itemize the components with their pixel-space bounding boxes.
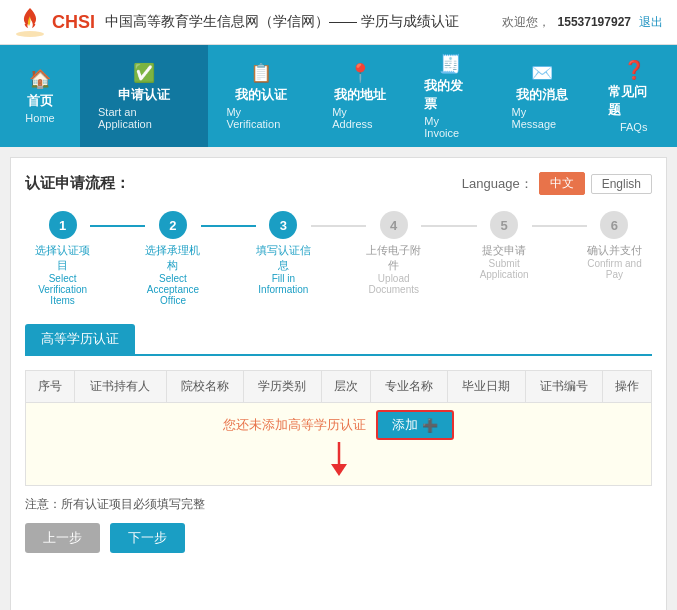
step-circle-1: 1 bbox=[49, 211, 77, 239]
invoice-icon: 🧾 bbox=[439, 53, 461, 75]
verify-icon: 📋 bbox=[250, 62, 272, 84]
steps-container: 1 选择认证项目 Select Verification Items 2 选择承… bbox=[25, 211, 652, 306]
add-certification-button[interactable]: 添加 ➕ bbox=[376, 410, 454, 440]
add-icon: ➕ bbox=[422, 418, 438, 433]
step-1: 1 选择认证项目 Select Verification Items bbox=[35, 211, 90, 306]
welcome-text: 欢迎您， bbox=[502, 14, 550, 31]
col-edu-type: 学历类别 bbox=[244, 371, 322, 403]
col-index: 序号 bbox=[26, 371, 75, 403]
step-6-en: Confirm and Pay bbox=[587, 258, 642, 280]
connector-5-6 bbox=[532, 225, 587, 227]
col-cert-no: 证书编号 bbox=[525, 371, 603, 403]
arrow-container bbox=[34, 442, 643, 478]
main-nav: 🏠 首页 Home ✅ 申请认证 Start an Application 📋 … bbox=[0, 45, 677, 147]
step-1-en: Select Verification Items bbox=[35, 273, 90, 306]
nav-my-message[interactable]: ✉️ 我的消息 My Message bbox=[493, 45, 590, 147]
site-title: 中国高等教育学生信息网（学信网）—— 学历与成绩认证 bbox=[105, 13, 459, 31]
logo-icon bbox=[14, 6, 46, 38]
step-circle-5: 5 bbox=[490, 211, 518, 239]
empty-text: 您还未添加高等学历认证 bbox=[223, 416, 366, 434]
svg-point-0 bbox=[16, 31, 44, 37]
lang-en-btn[interactable]: English bbox=[591, 174, 652, 194]
nav-faqs[interactable]: ❓ 常见问题 FAQs bbox=[590, 45, 677, 147]
step-2-en: Select Acceptance Office bbox=[145, 273, 200, 306]
language-label: Language： bbox=[462, 175, 533, 193]
process-header: 认证申请流程： Language： 中文 English bbox=[25, 172, 652, 195]
step-circle-6: 6 bbox=[600, 211, 628, 239]
empty-table-row: 您还未添加高等学历认证 添加 ➕ bbox=[26, 403, 652, 486]
step-4: 4 上传电子附件 Upload Documents bbox=[366, 211, 421, 295]
next-step-button[interactable]: 下一步 bbox=[110, 523, 185, 553]
col-school: 院校名称 bbox=[166, 371, 244, 403]
process-title: 认证申请流程： bbox=[25, 174, 130, 193]
step-circle-2: 2 bbox=[159, 211, 187, 239]
nav-home[interactable]: 🏠 首页 Home bbox=[0, 45, 80, 147]
step-4-zh: 上传电子附件 bbox=[366, 243, 421, 273]
nav-apply[interactable]: ✅ 申请认证 Start an Application bbox=[80, 45, 208, 147]
prev-step-button[interactable]: 上一步 bbox=[25, 523, 100, 553]
step-4-en: Upload Documents bbox=[366, 273, 421, 295]
logo: CHSI 中国高等教育学生信息网（学信网）—— 学历与成绩认证 bbox=[14, 6, 459, 38]
col-action: 操作 bbox=[603, 371, 652, 403]
address-icon: 📍 bbox=[349, 62, 371, 84]
step-3-zh: 填写认证信息 bbox=[256, 243, 311, 273]
step-3: 3 填写认证信息 Fill in Information bbox=[256, 211, 311, 295]
nav-my-address[interactable]: 📍 我的地址 My Address bbox=[314, 45, 406, 147]
step-5: 5 提交申请 Submit Application bbox=[477, 211, 532, 280]
step-5-zh: 提交申请 bbox=[477, 243, 532, 258]
connector-4-5 bbox=[421, 225, 476, 227]
apply-icon: ✅ bbox=[133, 62, 155, 84]
step-5-en: Submit Application bbox=[477, 258, 532, 280]
certification-table: 序号 证书持有人 院校名称 学历类别 层次 专业名称 毕业日期 证书编号 操作 … bbox=[25, 370, 652, 486]
connector-1-2 bbox=[90, 225, 145, 227]
step-3-en: Fill in Information bbox=[256, 273, 311, 295]
step-6-zh: 确认并支付 bbox=[587, 243, 642, 258]
col-major: 专业名称 bbox=[370, 371, 448, 403]
nav-my-verify[interactable]: 📋 我的认证 My Verification bbox=[208, 45, 314, 147]
home-icon: 🏠 bbox=[29, 68, 51, 90]
faq-icon: ❓ bbox=[623, 59, 645, 81]
col-grad-date: 毕业日期 bbox=[448, 371, 526, 403]
nav-my-invoice[interactable]: 🧾 我的发票 My Invoice bbox=[406, 45, 493, 147]
site-header: CHSI 中国高等教育学生信息网（学信网）—— 学历与成绩认证 欢迎您， 155… bbox=[0, 0, 677, 45]
step-2: 2 选择承理机构 Select Acceptance Office bbox=[145, 211, 200, 306]
red-arrow-icon bbox=[324, 442, 354, 478]
step-circle-4: 4 bbox=[380, 211, 408, 239]
step-2-zh: 选择承理机构 bbox=[145, 243, 200, 273]
language-selector: Language： 中文 English bbox=[462, 172, 652, 195]
step-1-zh: 选择认证项目 bbox=[35, 243, 90, 273]
empty-message-container: 您还未添加高等学历认证 添加 ➕ bbox=[34, 410, 643, 440]
logo-chsi: CHSI bbox=[52, 12, 95, 33]
note-text: 注意：所有认证项目必须填写完整 bbox=[25, 496, 652, 513]
connector-2-3 bbox=[201, 225, 256, 227]
svg-marker-2 bbox=[331, 464, 347, 476]
empty-cell: 您还未添加高等学历认证 添加 ➕ bbox=[26, 403, 652, 486]
tab-higher-edu[interactable]: 高等学历认证 bbox=[25, 324, 135, 354]
step-6: 6 确认并支付 Confirm and Pay bbox=[587, 211, 642, 280]
bottom-buttons: 上一步 下一步 bbox=[25, 523, 652, 553]
logout-link[interactable]: 退出 bbox=[639, 14, 663, 31]
message-icon: ✉️ bbox=[531, 62, 553, 84]
col-holder: 证书持有人 bbox=[74, 371, 166, 403]
lang-zh-btn[interactable]: 中文 bbox=[539, 172, 585, 195]
header-user-area: 欢迎您， 15537197927 退出 bbox=[502, 14, 663, 31]
connector-3-4 bbox=[311, 225, 366, 227]
step-circle-3: 3 bbox=[269, 211, 297, 239]
main-content: 认证申请流程： Language： 中文 English 1 选择认证项目 Se… bbox=[10, 157, 667, 610]
add-btn-label: 添加 bbox=[392, 416, 418, 434]
tab-bar: 高等学历认证 bbox=[25, 324, 652, 356]
col-level: 层次 bbox=[321, 371, 370, 403]
username: 15537197927 bbox=[558, 15, 631, 29]
